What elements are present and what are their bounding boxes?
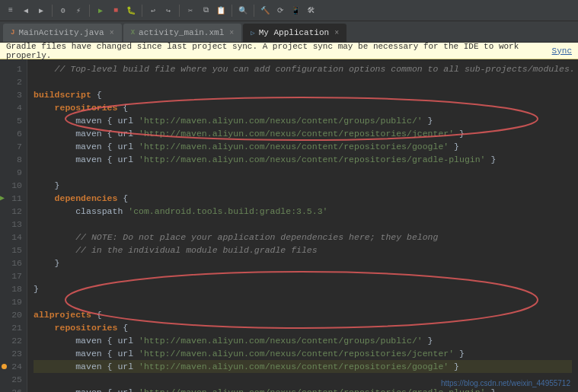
- ln-16: 16: [3, 257, 22, 269]
- tab-icon-xml: X: [131, 29, 135, 37]
- toolbar-icon-redo[interactable]: ↪: [162, 5, 174, 17]
- code-line-17: [34, 271, 39, 281]
- tab-my-application[interactable]: ▷ My Application ×: [243, 24, 346, 42]
- code-line-20: allprojects {: [34, 310, 102, 320]
- toolbar-icon-build[interactable]: 🔨: [259, 5, 271, 17]
- code-line-12: classpath 'com.android.tools.build:gradl…: [34, 206, 327, 216]
- tab-icon-app: ▷: [251, 29, 254, 37]
- code-area[interactable]: // Top-level build file where you can ad…: [27, 59, 578, 392]
- ln-14: 14: [3, 231, 22, 244]
- code-line-18: }: [34, 284, 39, 294]
- toolbar: ≡ ◀ ▶ ⚙ ⚡ ▶ ■ 🐛 ↩ ↪ ✂ ⧉ 📋 🔍 🔨 ⟳ 📱 🛠: [0, 0, 578, 21]
- toolbar-icon-search[interactable]: 🔍: [237, 5, 249, 17]
- ln-9: 9: [3, 166, 22, 179]
- tab-label-main-activity: MainActivity.java: [18, 28, 104, 37]
- tab-label-my-application: My Application: [259, 28, 329, 37]
- code-line-5: maven { url 'http://maven.aliyun.com/nex…: [34, 116, 433, 126]
- notification-sync-link[interactable]: Sync: [552, 46, 572, 56]
- toolbar-sep-4: [179, 5, 180, 17]
- toolbar-icon-copy[interactable]: ⧉: [200, 5, 212, 17]
- ln-22: 22: [3, 334, 22, 347]
- breakpoint-dot-24: [2, 364, 7, 369]
- code-line-14: // NOTE: Do not place your application d…: [34, 232, 438, 242]
- toolbar-icon-forward[interactable]: ▶: [35, 5, 47, 17]
- ln-23: 23: [3, 347, 22, 360]
- code-line-23: maven { url 'http://maven.aliyun.com/nex…: [34, 349, 465, 359]
- code-line-4: repositories {: [34, 103, 128, 113]
- ln-5: 5: [3, 114, 22, 127]
- code-line-3: buildscript {: [34, 90, 102, 100]
- ln-20: 20: [3, 308, 22, 321]
- code-line-2: [34, 77, 39, 87]
- toolbar-icon-avd[interactable]: 📱: [289, 5, 302, 17]
- toolbar-icon-debug[interactable]: 🐛: [125, 5, 137, 17]
- tab-icon-java: J: [11, 29, 14, 37]
- tab-close-my-application[interactable]: ×: [334, 29, 339, 37]
- toolbar-icon-paste[interactable]: 📋: [215, 5, 227, 17]
- run-arrow-11: ▶: [0, 192, 5, 205]
- notification-bar: Gradle files have changed since last pro…: [0, 43, 578, 59]
- toolbar-icon-undo[interactable]: ↩: [147, 5, 159, 17]
- code-line-22: maven { url 'http://maven.aliyun.com/nex…: [34, 336, 433, 346]
- ln-12: 12: [3, 205, 22, 218]
- watermark: https://blog.csdn.net/weixin_44955712: [441, 379, 570, 387]
- toolbar-icon-sdk[interactable]: 🛠: [305, 5, 317, 17]
- toolbar-icon-bolt[interactable]: ⚡: [72, 5, 85, 17]
- ln-15: 15: [3, 244, 22, 257]
- code-wrapper: // Top-level build file where you can ad…: [27, 59, 578, 392]
- toolbar-sep-6: [254, 5, 254, 17]
- ln-25: 25: [3, 373, 22, 386]
- code-line-25: maven { url 'http://maven.aliyun.com/nex…: [34, 387, 496, 392]
- ln-8: 8: [3, 153, 22, 166]
- ln-1: 1: [3, 62, 22, 75]
- toolbar-sep-3: [142, 5, 142, 17]
- tab-close-activity-main[interactable]: ×: [229, 29, 234, 37]
- toolbar-icon-stop[interactable]: ■: [110, 5, 122, 17]
- code-line-21: repositories {: [34, 323, 128, 333]
- ln-19: 19: [3, 295, 22, 308]
- toolbar-sep-2: [89, 5, 90, 17]
- toolbar-icon-cut[interactable]: ✂: [184, 5, 196, 17]
- ln-11: ▶ 11: [3, 192, 22, 205]
- ln-3: 3: [3, 88, 22, 101]
- toolbar-sep-1: [52, 5, 53, 17]
- ln-7: 7: [3, 140, 22, 153]
- tab-label-activity-main: activity_main.xml: [139, 28, 224, 37]
- code-line-9: [34, 167, 39, 177]
- code-line-7: maven { url 'http://maven.aliyun.com/nex…: [34, 142, 459, 151]
- toolbar-icon-settings[interactable]: ⚙: [57, 5, 69, 17]
- code-line-16: }: [34, 258, 60, 268]
- tab-bar: J MainActivity.java × X activity_main.xm…: [0, 21, 578, 43]
- ln-18: 18: [3, 282, 22, 295]
- ln-2: 2: [3, 75, 22, 88]
- ln-17: 17: [3, 269, 22, 282]
- code-line-24: maven { url 'http://maven.aliyun.com/nex…: [34, 360, 572, 373]
- code-line-6: maven { url 'http://maven.aliyun.com/nex…: [34, 129, 465, 139]
- ln-13: 13: [3, 218, 22, 231]
- toolbar-sep-5: [232, 5, 232, 17]
- tab-main-activity[interactable]: J MainActivity.java ×: [3, 24, 122, 42]
- tab-close-main-activity[interactable]: ×: [110, 29, 114, 37]
- code-line-8: maven { url 'http://maven.aliyun.com/nex…: [34, 155, 496, 164]
- ln-26: 26: [3, 386, 22, 392]
- line-numbers: 1 2 3 4 5 6 7 8 9 10 ▶ 11 12 13 14 15 16…: [0, 59, 27, 392]
- code-line-10: }: [34, 180, 60, 190]
- code-line-19: [34, 297, 39, 307]
- toolbar-icon-back[interactable]: ◀: [20, 5, 32, 17]
- ln-4: 4: [3, 101, 22, 114]
- ln-21: 21: [3, 321, 22, 334]
- toolbar-icon-run[interactable]: ▶: [94, 5, 107, 17]
- tab-activity-main-xml[interactable]: X activity_main.xml ×: [123, 24, 242, 42]
- ln-24: 24: [3, 360, 22, 373]
- toolbar-icon-menu[interactable]: ≡: [5, 5, 17, 17]
- code-line-11: dependencies {: [34, 193, 128, 203]
- toolbar-icon-sync[interactable]: ⟳: [274, 5, 286, 17]
- ln-6: 6: [3, 127, 22, 140]
- code-line-13: [34, 219, 39, 229]
- editor: 1 2 3 4 5 6 7 8 9 10 ▶ 11 12 13 14 15 16…: [0, 59, 578, 392]
- notification-text: Gradle files have changed since last pro…: [6, 42, 552, 60]
- ln-10: 10: [3, 179, 22, 192]
- code-line-1: // Top-level build file where you can ad…: [34, 64, 575, 74]
- code-line-15: // in the individual module build.gradle…: [34, 245, 318, 255]
